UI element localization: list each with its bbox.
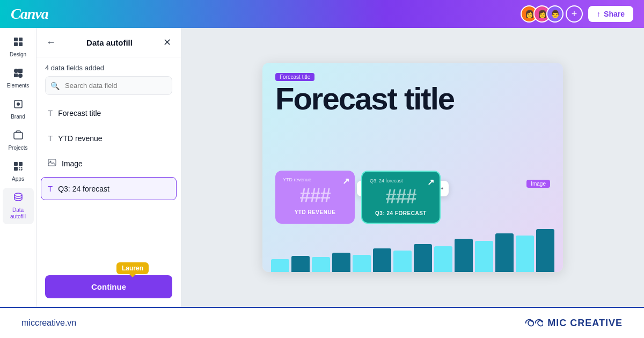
data-card-ytd: YTD revenue ### YTD REVENUE ↗ [275,171,355,224]
svg-rect-11 [14,162,18,166]
sidebar-item-brand[interactable]: Brand [3,94,34,124]
top-bar-right: 👩 👩 👨 + ↑ Share [521,5,633,23]
bar-6 [373,248,391,272]
bar-3 [312,257,330,272]
sidebar-item-data-autofill[interactable]: Data autofill [3,188,34,224]
main-content: Design Elements Brand Projects Apps [0,28,644,307]
sidebar-item-elements[interactable]: Elements [3,63,34,93]
design-icon [13,36,24,50]
canvas-slide: Forecast title Forecast title Data field… [262,63,563,272]
svg-rect-5 [18,69,23,73]
lauren-tooltip: Lauren [116,262,149,274]
bar-chart [262,229,563,272]
field-item-image[interactable]: Image [41,152,177,175]
data-cards: YTD revenue ### YTD REVENUE ↗ Q3: 24 for… [275,171,441,224]
card2-label: Q3: 24 FORECAST [370,210,432,216]
svg-rect-12 [19,162,23,166]
sidebar-label-data-autofill: Data autofill [6,207,31,220]
add-collaborator-button[interactable]: + [566,5,583,23]
svg-rect-2 [14,42,18,46]
field-item-forecast-title[interactable]: T Forecast title [41,101,177,124]
sidebar: Design Elements Brand Projects Apps [0,28,36,307]
field-item-q3-forecast[interactable]: T Q3: 24 forecast [41,177,177,200]
svg-point-4 [14,69,18,73]
footer-brand: MIC CREATIVE [547,318,623,329]
bar-11 [475,241,493,272]
search-icon: 🔍 [50,82,60,90]
card2-hash: ### [370,186,432,208]
svg-rect-1 [19,38,23,41]
continue-button[interactable]: Continue [45,275,172,298]
search-box: 🔍 [45,76,172,95]
data-autofill-icon [13,192,24,205]
avatar-group: 👩 👩 👨 + [521,5,583,23]
forecast-main-title: Forecast title [275,83,550,114]
top-bar: Canva 👩 👩 👨 + ↑ Share [0,0,644,28]
sidebar-label-elements: Elements [7,83,30,89]
sidebar-label-brand: Brand [11,114,25,120]
sidebar-item-design[interactable]: Design [3,32,34,62]
share-button[interactable]: ↑ Share [588,6,633,22]
field-name-image: Image [62,159,83,168]
panel-footer: Lauren Continue [36,267,181,307]
field-name-q3-forecast: Q3: 24 forecast [58,185,109,193]
card1-arrow-icon: ↗ [342,176,349,186]
footer-website: miccreative.vn [21,318,76,328]
field-item-ytd-revenue[interactable]: T YTD revenue [41,127,177,150]
sidebar-label-apps: Apps [12,176,24,182]
share-icon: ↑ [597,10,601,18]
bar-12 [495,233,514,272]
card1-tag: YTD revenue [283,177,347,182]
card2-tag: Q3: 24 forecast [370,178,432,183]
card1-label: YTD REVENUE [283,209,347,215]
svg-rect-10 [14,133,23,139]
mic-logo-icon [524,317,543,329]
sidebar-item-apps[interactable]: Apps [3,157,34,187]
field-list: T Forecast title T YTD revenue Image T Q… [36,101,181,200]
sidebar-label-projects: Projects [8,145,27,151]
panel-back-button[interactable]: ← [45,36,57,49]
sidebar-item-projects[interactable]: Projects [3,126,34,156]
bar-5 [353,255,371,272]
svg-rect-6 [14,74,18,77]
footer-right: MIC CREATIVE [524,317,623,329]
svg-point-9 [17,102,20,106]
apps-icon [13,161,24,174]
bar-9 [434,246,452,272]
image-type-icon [48,159,56,168]
bar-4 [332,253,350,272]
forecast-tag: Forecast title [275,73,314,81]
panel-close-button[interactable]: ✕ [162,35,172,49]
mic-creative-logo: MIC CREATIVE [524,317,623,329]
bar-13 [516,236,534,272]
avatar-3: 👨 [546,5,564,23]
footer: miccreative.vn MIC CREATIVE [0,307,644,338]
data-card-q3: Q3: 24 forecast ### Q3: 24 FORECAST ↗ [361,171,441,224]
search-input[interactable] [45,76,172,95]
bar-2 [291,256,310,272]
card2-arrow-icon: ↗ [427,177,434,187]
card1-hash: ### [283,185,347,207]
panel-title: Data autofill [86,38,133,47]
image-tag: Image [526,180,550,188]
bar-10 [455,239,473,272]
brand-icon [13,99,24,112]
text-type-icon: T [48,108,53,117]
svg-rect-3 [19,42,23,46]
elements-icon [13,68,24,81]
bar-7 [393,251,412,272]
bar-1 [271,259,289,272]
svg-rect-13 [14,167,18,171]
canvas-area: Forecast title Forecast title Data field… [181,28,644,307]
projects-icon [13,130,24,143]
bar-14 [536,229,554,272]
sidebar-label-design: Design [10,52,26,58]
text-type-icon-2: T [48,134,53,143]
svg-point-7 [18,74,23,78]
forecast-title-area: Forecast title Forecast title [275,71,550,114]
panel: ← Data autofill ✕ 4 data fields added 🔍 … [36,28,181,307]
panel-header: ← Data autofill ✕ [36,28,181,57]
field-name-forecast-title: Forecast title [58,109,101,117]
svg-rect-0 [14,38,18,41]
bar-8 [414,244,432,272]
